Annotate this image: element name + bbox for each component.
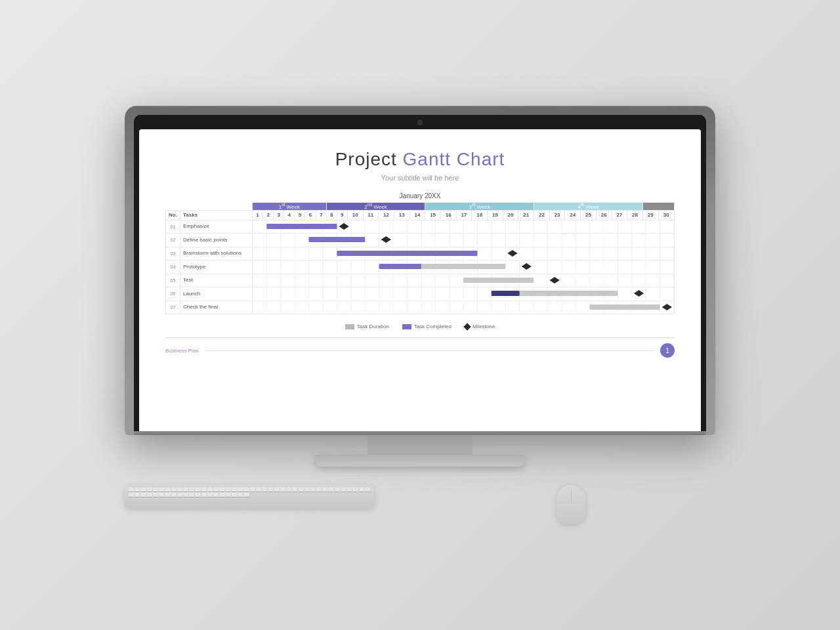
svg-rect-66 [309,237,366,242]
mouse [556,485,585,524]
page-number: 1 [660,343,675,358]
monitor: Project Gantt Chart Your subtitle will b… [125,106,715,524]
table-row: 07Check the final [166,301,675,314]
legend-completed-label: Task Completed [414,324,452,329]
title-colored: Gantt Chart [403,149,505,169]
svg-marker-135 [522,263,532,270]
legend-completed-icon [402,324,411,329]
col-tasks-header: Tasks [180,210,253,220]
legend-milestone-label: Milestone [472,324,495,329]
svg-rect-201 [492,291,520,296]
svg-rect-134 [379,264,421,269]
week-4-header: 4th Week [534,203,643,211]
table-row: 04Prototype [166,261,675,274]
svg-marker-202 [634,290,644,297]
gantt-chart: 1st Week 2nd Week 3rd Week 4th Week No. … [165,202,675,314]
week-end-header [642,203,674,211]
svg-rect-234 [590,304,660,310]
legend-milestone-icon [463,323,471,330]
week-2-header: 2nd Week [326,203,425,211]
peripherals [125,467,715,524]
keyboard-wrapper [125,467,374,509]
footer-text: Business Plan [165,348,199,354]
svg-rect-32 [266,224,337,229]
slide-footer: Business Plan 1 [165,337,675,358]
screen: Project Gantt Chart Your subtitle will b… [139,129,701,431]
col-no-header: No. [166,210,180,220]
svg-rect-100 [337,251,477,256]
legend-milestone: Milestone [465,324,495,329]
svg-rect-167 [463,278,534,283]
month-label: January 20XX [165,192,675,200]
svg-marker-67 [381,236,391,243]
week-3-header: 3rd Week [425,203,534,211]
footer-line [205,350,654,351]
slide-subtitle: Your subtitle will be here [165,174,675,182]
title-black: Project [335,149,403,169]
table-row: 01Emphasize [166,220,675,234]
slide-title: Project Gantt Chart [165,149,675,170]
keyboard [125,485,374,509]
legend: Task Duration Task Completed Milestone [165,324,675,329]
legend-duration-label: Task Duration [357,324,389,329]
svg-marker-33 [339,223,348,230]
svg-marker-101 [507,250,517,257]
monitor-stand-neck [368,435,472,455]
table-row: 03Brainstorm with solutions [166,247,675,261]
mouse-line [571,490,572,503]
footer-brand: Business [165,348,186,354]
svg-marker-168 [549,277,559,284]
table-row: 02Define basic points [166,234,675,247]
monitor-stand-base [315,455,525,467]
legend-duration-icon [345,324,354,329]
monitor-bezel: Project Gantt Chart Your subtitle will b… [134,115,706,431]
legend-task-duration: Task Duration [345,324,389,329]
footer-plan: Plan [186,348,198,354]
week-1-header: 1st Week [253,203,327,211]
legend-task-completed: Task Completed [402,324,452,329]
table-row: 06Launch [166,287,675,301]
monitor-shell: Project Gantt Chart Your subtitle will b… [125,106,715,435]
table-row: 05Test [166,274,675,287]
svg-marker-235 [662,304,672,310]
